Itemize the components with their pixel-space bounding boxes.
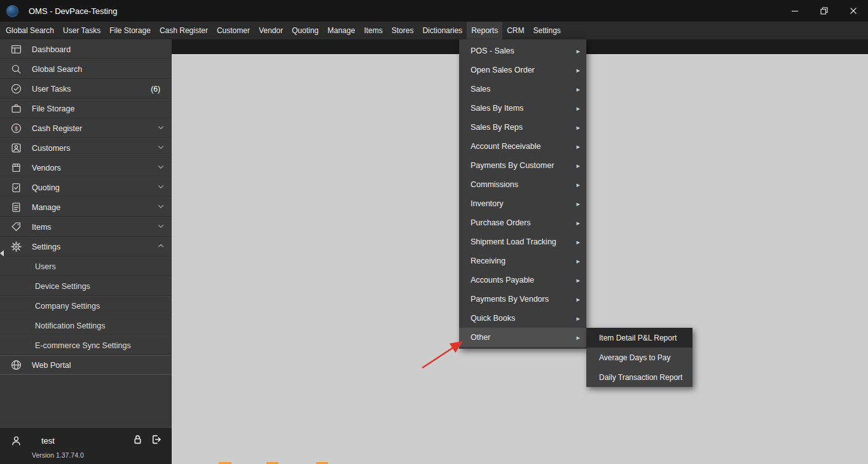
sidebar-subitem-ecommerce-sync-settings[interactable]: E-commerce Sync Settings <box>0 335 172 355</box>
menu-file-storage[interactable]: File Storage <box>105 22 155 39</box>
reports-item-account-receivable[interactable]: Account Receivable▸ <box>459 137 586 156</box>
app-logo-icon <box>6 5 18 17</box>
minimize-button[interactable] <box>780 0 809 22</box>
customers-icon <box>10 143 22 154</box>
menu-stores[interactable]: Stores <box>387 22 418 39</box>
reports-item-purchase-orders[interactable]: Purchase Orders▸ <box>459 213 586 232</box>
sidebar-item-quoting[interactable]: Quoting <box>0 178 172 197</box>
sidebar-item-web-portal[interactable]: Web Portal <box>0 355 172 375</box>
manage-icon <box>10 202 22 213</box>
other-submenu: Item Detail P&L Report Average Days to P… <box>586 328 692 387</box>
close-icon <box>850 7 857 15</box>
menu-customer[interactable]: Customer <box>212 22 254 39</box>
sidebar-item-global-search[interactable]: Global Search <box>0 59 172 79</box>
logged-in-username: test <box>41 436 55 446</box>
chevron-down-icon <box>156 143 165 153</box>
window-title: OMS - DevPace-Testing <box>29 6 117 16</box>
reports-item-accounts-payable[interactable]: Accounts Payable▸ <box>459 271 586 290</box>
menu-vendor[interactable]: Vendor <box>254 22 287 39</box>
sidebar: Dashboard Global Search User Tasks (6) <box>0 39 172 464</box>
reports-item-quick-books[interactable]: Quick Books▸ <box>459 309 586 328</box>
sidebar-item-dashboard[interactable]: Dashboard <box>0 39 172 59</box>
cash-register-icon: $ <box>10 123 22 134</box>
globe-icon <box>10 360 22 371</box>
sidebar-item-manage[interactable]: Manage <box>0 197 172 217</box>
menu-quoting[interactable]: Quoting <box>287 22 323 39</box>
sidebar-subitem-company-settings[interactable]: Company Settings <box>0 296 172 316</box>
menu-manage[interactable]: Manage <box>323 22 359 39</box>
sidebar-item-file-storage[interactable]: File Storage <box>0 99 172 118</box>
submenu-arrow-icon: ▸ <box>576 220 580 227</box>
close-button[interactable] <box>839 0 868 22</box>
submenu-item-item-detail-pl-report[interactable]: Item Detail P&L Report <box>586 328 692 348</box>
reports-item-receiving[interactable]: Receiving▸ <box>459 251 586 271</box>
menu-user-tasks[interactable]: User Tasks <box>59 22 105 39</box>
reports-item-shipment-load-tracking[interactable]: Shipment Load Tracking▸ <box>459 232 586 251</box>
app-window: OMS - DevPace-Testing Global Search User… <box>0 0 868 464</box>
sidebar-footer: test Version 1.37.74.0 <box>0 427 172 464</box>
reports-item-sales-by-reps[interactable]: Sales By Reps▸ <box>459 118 586 137</box>
submenu-arrow-icon: ▸ <box>576 48 580 55</box>
titlebar: OMS - DevPace-Testing <box>0 0 868 22</box>
menu-settings[interactable]: Settings <box>528 22 565 39</box>
reports-item-pos-sales[interactable]: POS - Sales▸ <box>459 41 586 60</box>
restore-button[interactable] <box>809 0 839 22</box>
sidebar-collapse-arrow-icon[interactable] <box>0 250 4 257</box>
user-tasks-count-badge: (6) <box>151 85 160 94</box>
submenu-arrow-icon: ▸ <box>576 86 580 93</box>
submenu-arrow-icon: ▸ <box>576 162 580 169</box>
vendors-icon <box>10 162 22 174</box>
menu-cash-register[interactable]: Cash Register <box>155 22 212 39</box>
reports-item-inventory[interactable]: Inventory▸ <box>459 194 586 213</box>
submenu-arrow-icon: ▸ <box>576 315 580 322</box>
file-storage-icon <box>10 103 22 115</box>
chevron-down-icon <box>156 162 165 173</box>
sidebar-item-cash-register[interactable]: $ Cash Register <box>0 118 172 138</box>
settings-gear-icon <box>10 241 22 253</box>
sidebar-item-user-tasks[interactable]: User Tasks (6) <box>0 79 172 99</box>
sidebar-subitem-device-settings[interactable]: Device Settings <box>0 276 172 296</box>
submenu-arrow-icon: ▸ <box>576 143 580 150</box>
menu-dictionaries[interactable]: Dictionaries <box>418 22 467 39</box>
chevron-down-icon <box>156 202 165 213</box>
submenu-arrow-icon: ▸ <box>576 67 580 74</box>
svg-text:$: $ <box>14 125 17 132</box>
reports-item-payments-by-customer[interactable]: Payments By Customer▸ <box>459 156 586 175</box>
sidebar-item-vendors[interactable]: Vendors <box>0 158 172 178</box>
reports-item-commissions[interactable]: Commissions▸ <box>459 175 586 194</box>
reports-item-other[interactable]: Other▸ <box>459 328 586 347</box>
sidebar-subitem-notification-settings[interactable]: Notification Settings <box>0 316 172 335</box>
logout-icon[interactable] <box>151 434 162 447</box>
reports-item-sales-by-items[interactable]: Sales By Items▸ <box>459 99 586 118</box>
menu-reports[interactable]: Reports <box>467 22 502 39</box>
sidebar-item-items[interactable]: Items <box>0 217 172 237</box>
chevron-down-icon <box>156 182 165 193</box>
restore-icon <box>820 7 828 15</box>
submenu-item-daily-transaction-report[interactable]: Daily Transaction Report <box>586 367 692 387</box>
submenu-arrow-icon: ▸ <box>576 200 580 207</box>
menu-global-search[interactable]: Global Search <box>1 22 59 39</box>
lock-icon[interactable] <box>132 434 143 447</box>
submenu-item-average-days-to-pay[interactable]: Average Days to Pay <box>586 348 692 367</box>
submenu-arrow-icon: ▸ <box>576 258 580 265</box>
tasks-icon <box>10 83 22 95</box>
chevron-up-icon <box>156 241 165 252</box>
submenu-arrow-icon: ▸ <box>576 181 580 188</box>
chevron-down-icon <box>156 123 165 134</box>
menu-crm[interactable]: CRM <box>502 22 528 39</box>
reports-item-sales[interactable]: Sales▸ <box>459 80 586 99</box>
minimize-icon <box>791 7 799 15</box>
reports-item-payments-by-vendors[interactable]: Payments By Vendors▸ <box>459 290 586 309</box>
sidebar-empty-space <box>0 375 172 427</box>
chevron-down-icon <box>156 221 165 232</box>
sidebar-item-customers[interactable]: Customers <box>0 138 172 158</box>
submenu-arrow-icon: ▸ <box>576 277 580 284</box>
reports-item-open-sales-order[interactable]: Open Sales Order▸ <box>459 60 586 80</box>
submenu-arrow-icon: ▸ <box>576 239 580 246</box>
search-icon <box>10 64 22 75</box>
menubar: Global Search User Tasks File Storage Ca… <box>0 22 868 39</box>
sidebar-item-settings[interactable]: Settings <box>0 237 172 257</box>
reports-dropdown-menu: POS - Sales▸ Open Sales Order▸ Sales▸ Sa… <box>459 39 586 349</box>
menu-items[interactable]: Items <box>359 22 387 39</box>
sidebar-subitem-users[interactable]: Users <box>0 257 172 276</box>
